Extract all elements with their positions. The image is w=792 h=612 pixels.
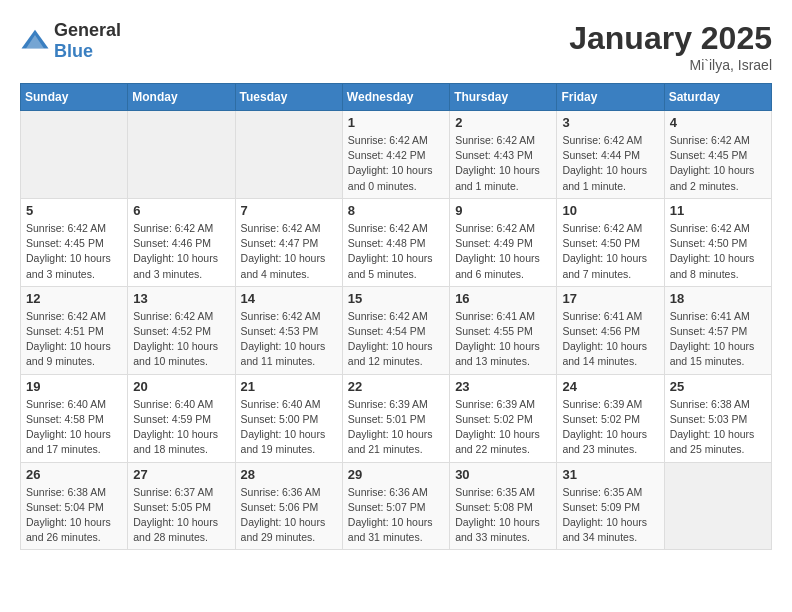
calendar-cell [664,462,771,550]
day-number: 12 [26,291,122,306]
location: Mi`ilya, Israel [569,57,772,73]
day-number: 18 [670,291,766,306]
day-info: Sunrise: 6:42 AM Sunset: 4:49 PM Dayligh… [455,221,551,282]
calendar-cell: 20Sunrise: 6:40 AM Sunset: 4:59 PM Dayli… [128,374,235,462]
calendar-cell: 11Sunrise: 6:42 AM Sunset: 4:50 PM Dayli… [664,198,771,286]
day-info: Sunrise: 6:42 AM Sunset: 4:52 PM Dayligh… [133,309,229,370]
weekday-header-row: SundayMondayTuesdayWednesdayThursdayFrid… [21,84,772,111]
calendar-cell: 22Sunrise: 6:39 AM Sunset: 5:01 PM Dayli… [342,374,449,462]
calendar-cell: 7Sunrise: 6:42 AM Sunset: 4:47 PM Daylig… [235,198,342,286]
day-number: 28 [241,467,337,482]
day-number: 13 [133,291,229,306]
day-number: 5 [26,203,122,218]
day-info: Sunrise: 6:42 AM Sunset: 4:53 PM Dayligh… [241,309,337,370]
weekday-header-thursday: Thursday [450,84,557,111]
calendar-cell: 12Sunrise: 6:42 AM Sunset: 4:51 PM Dayli… [21,286,128,374]
calendar-cell: 14Sunrise: 6:42 AM Sunset: 4:53 PM Dayli… [235,286,342,374]
day-info: Sunrise: 6:42 AM Sunset: 4:42 PM Dayligh… [348,133,444,194]
calendar-cell: 13Sunrise: 6:42 AM Sunset: 4:52 PM Dayli… [128,286,235,374]
day-info: Sunrise: 6:42 AM Sunset: 4:50 PM Dayligh… [670,221,766,282]
day-info: Sunrise: 6:36 AM Sunset: 5:06 PM Dayligh… [241,485,337,546]
day-info: Sunrise: 6:41 AM Sunset: 4:55 PM Dayligh… [455,309,551,370]
calendar-cell: 26Sunrise: 6:38 AM Sunset: 5:04 PM Dayli… [21,462,128,550]
logo-icon [20,26,50,56]
day-info: Sunrise: 6:42 AM Sunset: 4:50 PM Dayligh… [562,221,658,282]
day-info: Sunrise: 6:42 AM Sunset: 4:47 PM Dayligh… [241,221,337,282]
calendar-cell [21,111,128,199]
day-number: 16 [455,291,551,306]
month-title: January 2025 [569,20,772,57]
day-number: 27 [133,467,229,482]
calendar-cell: 21Sunrise: 6:40 AM Sunset: 5:00 PM Dayli… [235,374,342,462]
day-info: Sunrise: 6:39 AM Sunset: 5:02 PM Dayligh… [562,397,658,458]
day-number: 26 [26,467,122,482]
day-info: Sunrise: 6:42 AM Sunset: 4:51 PM Dayligh… [26,309,122,370]
day-info: Sunrise: 6:38 AM Sunset: 5:03 PM Dayligh… [670,397,766,458]
calendar-cell: 25Sunrise: 6:38 AM Sunset: 5:03 PM Dayli… [664,374,771,462]
calendar-cell: 4Sunrise: 6:42 AM Sunset: 4:45 PM Daylig… [664,111,771,199]
day-number: 24 [562,379,658,394]
day-number: 1 [348,115,444,130]
day-number: 11 [670,203,766,218]
day-info: Sunrise: 6:39 AM Sunset: 5:01 PM Dayligh… [348,397,444,458]
logo-blue: Blue [54,41,93,61]
calendar-cell: 5Sunrise: 6:42 AM Sunset: 4:45 PM Daylig… [21,198,128,286]
calendar-cell: 9Sunrise: 6:42 AM Sunset: 4:49 PM Daylig… [450,198,557,286]
day-info: Sunrise: 6:36 AM Sunset: 5:07 PM Dayligh… [348,485,444,546]
day-info: Sunrise: 6:40 AM Sunset: 5:00 PM Dayligh… [241,397,337,458]
calendar-cell: 6Sunrise: 6:42 AM Sunset: 4:46 PM Daylig… [128,198,235,286]
day-number: 23 [455,379,551,394]
day-info: Sunrise: 6:42 AM Sunset: 4:54 PM Dayligh… [348,309,444,370]
calendar-cell: 30Sunrise: 6:35 AM Sunset: 5:08 PM Dayli… [450,462,557,550]
title-block: January 2025 Mi`ilya, Israel [569,20,772,73]
calendar-cell: 8Sunrise: 6:42 AM Sunset: 4:48 PM Daylig… [342,198,449,286]
day-number: 4 [670,115,766,130]
week-row-2: 5Sunrise: 6:42 AM Sunset: 4:45 PM Daylig… [21,198,772,286]
day-number: 6 [133,203,229,218]
calendar-cell: 24Sunrise: 6:39 AM Sunset: 5:02 PM Dayli… [557,374,664,462]
weekday-header-friday: Friday [557,84,664,111]
day-number: 8 [348,203,444,218]
calendar-cell: 19Sunrise: 6:40 AM Sunset: 4:58 PM Dayli… [21,374,128,462]
day-number: 9 [455,203,551,218]
weekday-header-tuesday: Tuesday [235,84,342,111]
calendar-cell: 31Sunrise: 6:35 AM Sunset: 5:09 PM Dayli… [557,462,664,550]
day-info: Sunrise: 6:42 AM Sunset: 4:46 PM Dayligh… [133,221,229,282]
day-info: Sunrise: 6:42 AM Sunset: 4:45 PM Dayligh… [670,133,766,194]
calendar-cell: 17Sunrise: 6:41 AM Sunset: 4:56 PM Dayli… [557,286,664,374]
day-info: Sunrise: 6:41 AM Sunset: 4:56 PM Dayligh… [562,309,658,370]
logo-general: General [54,20,121,40]
day-number: 3 [562,115,658,130]
day-number: 10 [562,203,658,218]
calendar-cell: 10Sunrise: 6:42 AM Sunset: 4:50 PM Dayli… [557,198,664,286]
calendar-cell: 27Sunrise: 6:37 AM Sunset: 5:05 PM Dayli… [128,462,235,550]
calendar-cell: 2Sunrise: 6:42 AM Sunset: 4:43 PM Daylig… [450,111,557,199]
calendar-cell: 16Sunrise: 6:41 AM Sunset: 4:55 PM Dayli… [450,286,557,374]
weekday-header-wednesday: Wednesday [342,84,449,111]
day-info: Sunrise: 6:37 AM Sunset: 5:05 PM Dayligh… [133,485,229,546]
weekday-header-sunday: Sunday [21,84,128,111]
week-row-4: 19Sunrise: 6:40 AM Sunset: 4:58 PM Dayli… [21,374,772,462]
day-info: Sunrise: 6:38 AM Sunset: 5:04 PM Dayligh… [26,485,122,546]
day-number: 31 [562,467,658,482]
day-info: Sunrise: 6:42 AM Sunset: 4:45 PM Dayligh… [26,221,122,282]
day-number: 30 [455,467,551,482]
day-number: 7 [241,203,337,218]
day-info: Sunrise: 6:35 AM Sunset: 5:09 PM Dayligh… [562,485,658,546]
day-number: 17 [562,291,658,306]
day-info: Sunrise: 6:39 AM Sunset: 5:02 PM Dayligh… [455,397,551,458]
calendar-cell [128,111,235,199]
day-number: 19 [26,379,122,394]
day-number: 2 [455,115,551,130]
day-info: Sunrise: 6:42 AM Sunset: 4:44 PM Dayligh… [562,133,658,194]
calendar-cell: 29Sunrise: 6:36 AM Sunset: 5:07 PM Dayli… [342,462,449,550]
week-row-1: 1Sunrise: 6:42 AM Sunset: 4:42 PM Daylig… [21,111,772,199]
day-number: 25 [670,379,766,394]
calendar-cell [235,111,342,199]
page-header: General Blue January 2025 Mi`ilya, Israe… [20,20,772,73]
weekday-header-saturday: Saturday [664,84,771,111]
day-info: Sunrise: 6:35 AM Sunset: 5:08 PM Dayligh… [455,485,551,546]
calendar-table: SundayMondayTuesdayWednesdayThursdayFrid… [20,83,772,550]
day-number: 14 [241,291,337,306]
day-number: 15 [348,291,444,306]
